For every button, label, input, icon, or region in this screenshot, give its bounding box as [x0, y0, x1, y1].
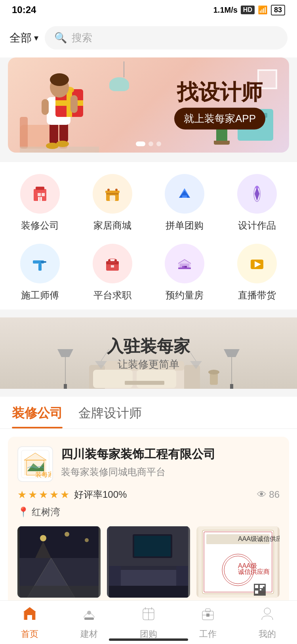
svg-rect-56: [137, 370, 176, 388]
category-item-job[interactable]: 平台求职: [76, 244, 149, 302]
category-button[interactable]: 全部 ▾: [10, 31, 38, 46]
svg-rect-105: [263, 585, 265, 587]
svg-point-111: [87, 611, 91, 615]
category-icon-decoration-company: [20, 174, 60, 214]
svg-rect-45: [178, 268, 191, 269]
status-bar: 10:24 1.1M/s HD 📶 83: [0, 0, 297, 20]
category-icon-live: [237, 244, 277, 283]
second-banner-subtitle: 让装修更简单: [118, 357, 179, 371]
tab-decoration-company[interactable]: 装修公司: [12, 405, 63, 428]
company-info: 四川装每家装饰工程有限公司 装每家装修同城电商平台: [61, 446, 215, 478]
search-input-wrap[interactable]: 🔍 搜索: [45, 26, 287, 50]
category-item-live[interactable]: 直播带货: [221, 244, 293, 302]
star-1: ★: [17, 489, 27, 501]
banner-text-block: 找设计师 就上装每家APP: [174, 80, 265, 130]
category-label-design-works: 设计作品: [238, 219, 276, 232]
svg-point-28: [107, 189, 110, 191]
svg-rect-103: [255, 590, 258, 594]
svg-rect-104: [260, 589, 261, 590]
svg-rect-87: [117, 570, 180, 586]
location-text: 红树湾: [32, 506, 60, 518]
view-count: 👁 86: [257, 489, 280, 500]
star-4: ★: [50, 489, 59, 501]
photo-thumb-2[interactable]: [107, 526, 190, 598]
second-banner-title: 入驻装每家: [107, 335, 190, 357]
svg-point-79: [40, 535, 46, 541]
photos-row: AAA级诚信供应商证书 AAA级 诚信供应商: [17, 526, 280, 598]
svg-rect-118: [206, 609, 210, 612]
svg-rect-120: [206, 613, 209, 617]
svg-point-7: [56, 141, 69, 147]
search-icon: 🔍: [54, 32, 67, 44]
category-icon-home-mall: [93, 174, 132, 214]
eye-icon: 👁: [257, 489, 267, 500]
category-label-home-mall: 家居商城: [93, 219, 131, 232]
category-label-decoration-company: 装修公司: [21, 219, 59, 232]
mine-icon: [259, 605, 276, 626]
nav-label-home: 首页: [21, 628, 38, 640]
company-logo: 装每家: [17, 446, 53, 482]
svg-point-15: [50, 73, 69, 86]
svg-rect-26: [105, 191, 120, 193]
category-item-construction[interactable]: 施工师傅: [4, 244, 76, 302]
svg-rect-1: [20, 117, 28, 149]
dot-1: [136, 141, 145, 146]
svg-rect-34: [41, 261, 46, 263]
svg-marker-49: [57, 349, 73, 357]
tabs-header: 装修公司 金牌设计师: [0, 397, 297, 429]
category-label-live: 直播带货: [238, 289, 276, 302]
tab-gold-designer[interactable]: 金牌设计师: [78, 405, 142, 428]
svg-rect-55: [93, 370, 133, 388]
dot-3: [156, 141, 161, 146]
nav-item-group[interactable]: 团购: [119, 600, 178, 644]
status-time: 10:24: [12, 4, 36, 15]
svg-point-40: [108, 259, 110, 262]
hd-badge: HD: [241, 6, 255, 14]
company-desc: 装每家装修同城电商平台: [61, 466, 215, 478]
dot-2: [148, 141, 153, 146]
location-pin-icon: 📍: [17, 506, 29, 518]
category-label-job: 平台求职: [93, 289, 131, 302]
svg-point-29: [115, 189, 118, 191]
category-icon-design-works: [237, 174, 277, 214]
hero-banner[interactable]: 找设计师 就上装每家APP: [8, 57, 289, 153]
nav-item-home[interactable]: 首页: [0, 600, 59, 644]
nav-item-materials[interactable]: 建材: [59, 600, 119, 644]
svg-marker-58: [224, 349, 240, 357]
category-item-decoration-company[interactable]: 装修公司: [4, 174, 76, 232]
svg-rect-101: [255, 585, 258, 588]
svg-rect-50: [64, 384, 67, 389]
svg-rect-19: [36, 187, 44, 190]
home-indicator: [109, 638, 188, 641]
company-card[interactable]: 装每家 四川装每家装饰工程有限公司 装每家装修同城电商平台 ★ ★ ★ ★ ★ …: [8, 437, 289, 607]
svg-rect-102: [260, 585, 263, 588]
nav-item-work[interactable]: 工作: [178, 600, 238, 644]
work-icon: [199, 605, 217, 626]
photo-thumb-cert[interactable]: AAA级诚信供应商证书 AAA级 诚信供应商: [196, 526, 280, 598]
battery-icon: 83: [271, 5, 285, 15]
second-banner[interactable]: 入驻装每家 让装修更简单: [0, 317, 297, 389]
category-label-group-buy: 拼单团购: [166, 219, 204, 232]
category-item-home-mall[interactable]: 家居商城: [76, 174, 149, 232]
photo-thumb-1[interactable]: [17, 526, 101, 598]
stars-group: ★ ★ ★ ★ ★ 好评率100%: [17, 488, 127, 501]
svg-rect-109: [27, 615, 32, 620]
nav-item-mine[interactable]: 我的: [238, 600, 297, 644]
category-icon-group-buy: [165, 174, 204, 214]
network-speed: 1.1M/s: [213, 6, 238, 15]
svg-rect-20: [38, 193, 41, 196]
rating-row: ★ ★ ★ ★ ★ 好评率100% 👁 86: [17, 488, 280, 501]
home-icon: [21, 605, 38, 626]
svg-rect-35: [38, 264, 42, 271]
category-item-measure[interactable]: 预约量房: [148, 244, 221, 302]
category-item-design-works[interactable]: 设计作品: [221, 174, 293, 232]
svg-rect-21: [42, 193, 45, 196]
svg-rect-59: [230, 384, 233, 389]
company-name: 四川装每家装饰工程有限公司: [61, 446, 215, 462]
tabs-section: 装修公司 金牌设计师: [0, 397, 297, 607]
svg-point-66: [208, 370, 219, 375]
category-item-group-buy[interactable]: 拼单团购: [148, 174, 221, 232]
signal-icon: 📶: [258, 5, 268, 15]
svg-marker-107: [23, 607, 36, 612]
nav-label-work: 工作: [199, 628, 217, 640]
